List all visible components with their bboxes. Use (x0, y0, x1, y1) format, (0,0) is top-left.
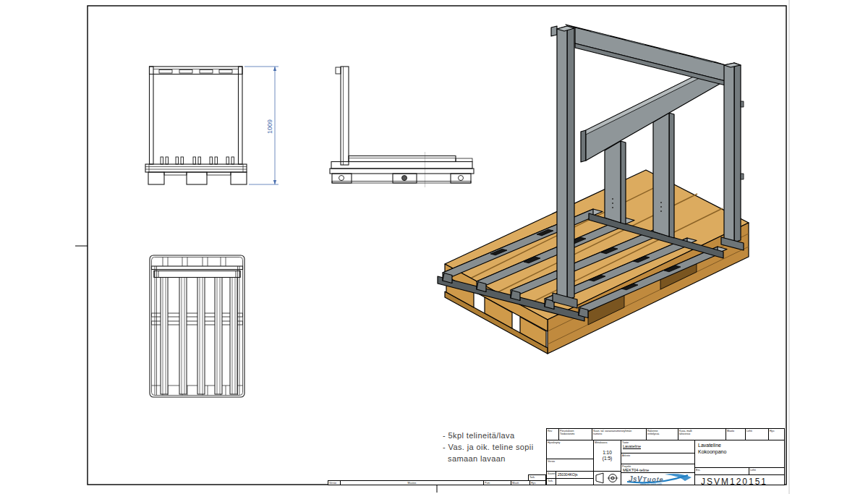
description-line1: Lavateline (698, 442, 784, 448)
drawing-number: JSVM120151 (695, 475, 784, 485)
description-line2: Kokoonpano (698, 448, 784, 455)
logo-phone: P. 050-323 3412 (643, 485, 662, 486)
tb-version-cell: Versio (546, 459, 594, 472)
tb-header-hyv: Hyv. (768, 428, 785, 440)
tb-header-lehti: Lehti (745, 428, 769, 440)
product-value: Lavateline (623, 444, 641, 449)
scale-main: 1:10 (594, 450, 621, 456)
tb-logo-cell: JsVTuote www.jsv-tuote.com P. 050-323 34… (621, 472, 695, 485)
side-view (330, 67, 474, 187)
tb-header-filename: Piirustuksen Tiedostonimi (558, 428, 592, 440)
cad-drawing-canvas: 1009 (0, 0, 868, 494)
revision-pvm-cell: Pvm (483, 480, 511, 485)
revision-hyv-cell: Hyv. (529, 480, 546, 485)
tb-scale-cell: Mittakaava 1:10 (1:5) (593, 440, 621, 472)
drawing-sheet: { "notes": { "line1": "- 5kpl telineitä/… (0, 0, 868, 494)
iso-view (438, 25, 749, 354)
tb-header-model: Kuva, malli lähiversio (678, 428, 726, 440)
title-block: Rev Piirustuksen Tiedostonimi Suun. tal.… (546, 428, 785, 485)
company-logo: JsVTuote www.jsv-tuote.com P. 050-323 34… (621, 473, 694, 485)
tb-archive-cell: Arkisto (621, 453, 695, 464)
tb-header-partnumber: Suun. tal. varaosanumeroryhmän numero (592, 428, 647, 440)
scale-alt: (1:5) (594, 456, 621, 461)
revision-versio-cell: Versio (328, 480, 341, 485)
tb-drawing-number-cell: JSVM120151 (694, 474, 785, 485)
tb-tark-label: Tark. (546, 478, 556, 485)
top-view (150, 255, 244, 397)
drawing-notes: - 5kpl telineitä/lava - Vas. ja oik. tel… (443, 430, 534, 464)
note-line: - 5kpl telineitä/lava (443, 430, 534, 441)
dimension-label: 1009 (266, 119, 273, 134)
tb-rev-cell: Rev (546, 428, 559, 440)
tb-description-cell: Lavateline Kokoonpano (694, 440, 785, 468)
tb-header-muoto: Muoto (726, 428, 746, 440)
tb-tark-value (556, 478, 594, 485)
tb-product-cell: Tuote Lavateline (621, 440, 695, 453)
revision-muutos-cell: Muutos (340, 480, 484, 485)
tb-projection-cell (593, 471, 621, 485)
revision-muutt-cell: Muutt. (511, 480, 530, 485)
tb-header-structure: Rakenne erittelyssä (646, 428, 678, 440)
note-line: - Vas. ja oik. teline sopii (443, 441, 534, 453)
first-angle-projection-icon (594, 472, 621, 485)
logo-website: www.jsv-tuote.com (640, 482, 662, 485)
front-view: 1009 (145, 67, 278, 184)
note-line: samaan lavaan (443, 453, 534, 464)
tb-approved-cell: Hyväksytty (546, 440, 594, 459)
revision-strip: Tark. Versio Muutos Pvm Muutt. Hyv. (328, 474, 546, 485)
